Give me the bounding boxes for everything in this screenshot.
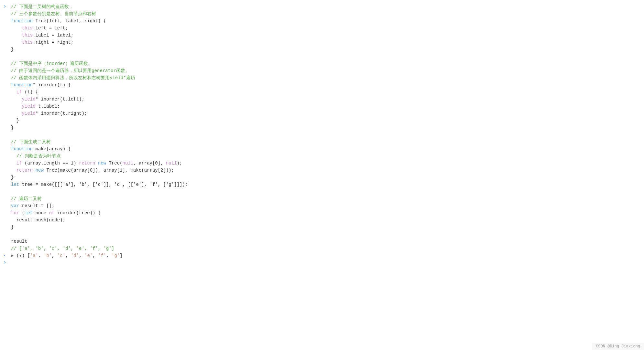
code-line: function Tree(left, label, right) { bbox=[0, 17, 644, 25]
line-code: // ['a', 'b', 'c', 'd', 'e', 'f', 'g'] bbox=[10, 245, 641, 252]
code-line: // 函数体内采用递归算法，所以左树和右树要用yield*遍历 bbox=[0, 74, 644, 81]
line-code: // 下面是中序（inorder）遍历函数。 bbox=[10, 60, 641, 67]
code-line: function make(array) { bbox=[0, 145, 644, 153]
code-line: // 判断是否为叶节点 bbox=[0, 153, 644, 160]
line-code: if (array.length == 1) return new Tree(n… bbox=[10, 160, 641, 167]
line-code: function* inorder(t) { bbox=[10, 81, 641, 89]
code-line: return new Tree(make(array[0]), array[1]… bbox=[0, 167, 644, 174]
line-code: // 判断是否为叶节点 bbox=[10, 153, 641, 160]
code-line: if (array.length == 1) return new Tree(n… bbox=[0, 160, 644, 167]
bottom-prompt-line: › bbox=[0, 259, 644, 266]
line-code: this.label = label; bbox=[10, 32, 641, 39]
line-code: this.right = right; bbox=[10, 39, 641, 46]
line-code: function make(array) { bbox=[10, 145, 641, 153]
line-code: } bbox=[10, 174, 641, 181]
code-line: yield* inorder(t.left); bbox=[0, 96, 644, 103]
line-code: yield* inorder(t.left); bbox=[10, 96, 641, 103]
line-code: // 函数体内采用递归算法，所以左树和右树要用yield*遍历 bbox=[10, 74, 641, 81]
line-code: if (t) { bbox=[10, 89, 641, 96]
code-line: ›// 下面是二叉树的构造函数， bbox=[0, 3, 644, 10]
line-code: for (let node of inorder(tree)) { bbox=[10, 209, 641, 217]
code-line: } bbox=[0, 117, 644, 124]
line-code: } bbox=[10, 124, 641, 131]
code-line bbox=[0, 131, 644, 138]
code-line: // 下面是中序（inorder）遍历函数。 bbox=[0, 60, 644, 67]
line-code: } bbox=[10, 224, 641, 231]
code-line: } bbox=[0, 46, 644, 53]
code-line: // 由于返回的是一个遍历器，所以要用generator函数。 bbox=[0, 67, 644, 74]
line-arrow: › bbox=[0, 3, 10, 10]
line-code: // 下面是二叉树的构造函数， bbox=[10, 3, 641, 10]
code-line bbox=[0, 188, 644, 195]
line-code: } bbox=[10, 117, 641, 124]
code-line: } bbox=[0, 174, 644, 181]
code-line: // 遍历二叉树 bbox=[0, 195, 644, 202]
code-line: // ['a', 'b', 'c', 'd', 'e', 'f', 'g'] bbox=[0, 245, 644, 252]
code-line: } bbox=[0, 224, 644, 231]
watermark: CSDN @Ding Jiaxiong bbox=[592, 343, 644, 350]
code-line: var result = []; bbox=[0, 202, 644, 209]
line-code: this.left = left; bbox=[10, 25, 641, 32]
code-line: this.label = label; bbox=[0, 32, 644, 39]
code-line: } bbox=[0, 124, 644, 131]
line-code: let tree = make([[['a'], 'b', ['c']], 'd… bbox=[10, 181, 641, 188]
code-line: // 三个参数分别是左树、当前节点和右树 bbox=[0, 10, 644, 17]
line-code: var result = []; bbox=[10, 202, 641, 209]
code-line: if (t) { bbox=[0, 89, 644, 96]
code-line: // 下面生成二叉树 bbox=[0, 138, 644, 145]
code-line: yield t.label; bbox=[0, 103, 644, 110]
code-line bbox=[0, 231, 644, 238]
line-arrow: ‹ bbox=[0, 252, 10, 259]
code-line: ‹▶ (7) ['a', 'b', 'c', 'd', 'e', 'f', 'g… bbox=[0, 252, 644, 259]
line-code: // 下面生成二叉树 bbox=[10, 138, 641, 145]
code-line: yield* inorder(t.right); bbox=[0, 110, 644, 117]
code-line: this.right = right; bbox=[0, 39, 644, 46]
line-code: } bbox=[10, 46, 641, 53]
line-code: function Tree(left, label, right) { bbox=[10, 17, 641, 25]
line-code: return new Tree(make(array[0]), array[1]… bbox=[10, 167, 641, 174]
code-line: result bbox=[0, 238, 644, 245]
code-line: function* inorder(t) { bbox=[0, 81, 644, 89]
line-code: result.push(node); bbox=[10, 217, 641, 224]
code-line: for (let node of inorder(tree)) { bbox=[0, 209, 644, 217]
line-code: // 由于返回的是一个遍历器，所以要用generator函数。 bbox=[10, 67, 641, 74]
code-line bbox=[0, 53, 644, 60]
line-code: // 遍历二叉树 bbox=[10, 195, 641, 202]
main-container: ›// 下面是二叉树的构造函数，// 三个参数分别是左树、当前节点和右树func… bbox=[0, 0, 644, 350]
code-editor[interactable]: ›// 下面是二叉树的构造函数，// 三个参数分别是左树、当前节点和右树func… bbox=[0, 0, 644, 350]
line-code: // 三个参数分别是左树、当前节点和右树 bbox=[10, 10, 641, 17]
line-code: result bbox=[10, 238, 641, 245]
line-code: yield* inorder(t.right); bbox=[10, 110, 641, 117]
prompt-arrow: › bbox=[0, 259, 10, 266]
code-line: let tree = make([[['a'], 'b', ['c']], 'd… bbox=[0, 181, 644, 188]
code-line: result.push(node); bbox=[0, 217, 644, 224]
code-line: this.left = left; bbox=[0, 25, 644, 32]
line-code: ▶ (7) ['a', 'b', 'c', 'd', 'e', 'f', 'g'… bbox=[10, 252, 641, 259]
line-code: yield t.label; bbox=[10, 103, 641, 110]
